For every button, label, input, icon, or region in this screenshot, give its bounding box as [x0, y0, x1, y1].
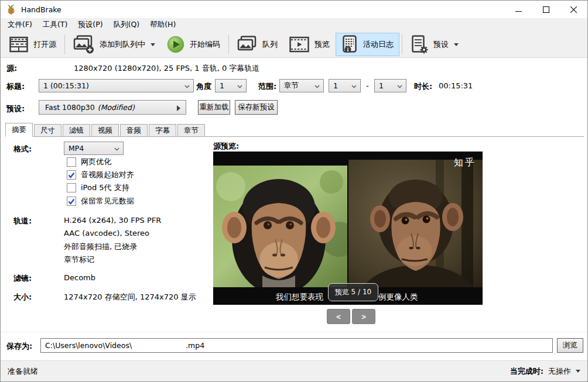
divider [1, 332, 587, 332]
queue-label: 队列 [262, 39, 278, 50]
activity-log-button[interactable]: 活动日志 [336, 33, 399, 56]
status-text: 准备就绪 [8, 366, 38, 377]
when-done-label: 当完成时: [510, 366, 543, 377]
film-preview-icon [289, 36, 309, 53]
clapperboard-icon [9, 36, 28, 53]
when-done-select[interactable]: 无操作 [548, 366, 571, 377]
format-select[interactable]: MP4 [64, 142, 124, 155]
chevron-down-icon [454, 43, 459, 46]
presets-toolbar-label: 预设 [433, 39, 449, 50]
track-line: H.264 (x264), 30 FPS PFR [64, 216, 161, 225]
source-label: 源: [6, 63, 17, 74]
source-preview-image: 知乎 我们想要表现 例更像人类 预览 5 / 10 [213, 152, 483, 305]
maximize-icon [543, 6, 549, 13]
checkbox-av-align[interactable]: 音视频起始对齐 [67, 170, 134, 180]
presets-toolbar-button[interactable]: 预设 [405, 33, 464, 56]
save-new-preset-button[interactable]: 保存新预设 [235, 100, 278, 115]
checkbox-keep-metadata[interactable]: 保留常见元数据 [67, 196, 134, 207]
toolbar-separator [228, 35, 229, 54]
chevron-down-icon [314, 85, 320, 88]
angle-label: 角度 [196, 81, 211, 92]
range-separator: - [366, 81, 369, 90]
tab-filters[interactable]: 滤镜 [63, 124, 90, 136]
title-select[interactable]: 1 (00:15:31) [39, 79, 194, 92]
settings-tab-strip: 摘要 尺寸 滤镜 视频 音频 字幕 章节 [5, 123, 584, 137]
queue-stack-icon [237, 36, 257, 53]
tab-chapters[interactable]: 章节 [177, 124, 205, 136]
checkbox-web-optimized[interactable]: 网页优化 [67, 157, 111, 167]
chevron-down-icon [184, 85, 190, 88]
preset-document-gear-icon [411, 35, 428, 54]
menu-queue[interactable]: 队列(Q) [108, 18, 145, 32]
range-type-select[interactable]: 章节 [279, 79, 324, 92]
activity-log-label: 活动日志 [363, 39, 394, 50]
menu-help[interactable]: 帮助(H) [145, 18, 181, 32]
angle-select-value: 1 [220, 81, 224, 90]
title-label: 标题: [6, 81, 25, 92]
reload-preset-button[interactable]: 重新加载 [198, 100, 230, 115]
add-to-queue-icon [73, 35, 94, 54]
toolbar: 打开源 添加到队列中 [1, 32, 587, 58]
range-from-select[interactable]: 1 [329, 79, 361, 92]
size-value: 1274x720 存储空间, 1274x720 显示 [64, 292, 196, 302]
tab-subtitles[interactable]: 字幕 [149, 124, 176, 136]
angle-select[interactable]: 1 [215, 79, 247, 92]
minimize-button[interactable] [505, 1, 532, 18]
tab-dimensions[interactable]: 尺寸 [34, 124, 61, 136]
preset-modified-flag: (Modified) [98, 103, 135, 112]
duration-label: 时长: [414, 81, 432, 92]
handbrake-logo-icon [6, 4, 16, 15]
checkbox-label: iPod 5代 支持 [81, 183, 129, 193]
add-to-queue-button[interactable]: 添加到队列中 [67, 33, 161, 56]
open-source-button[interactable]: 打开源 [4, 33, 62, 56]
checkbox-box [67, 157, 76, 167]
preview-button[interactable]: 预览 [283, 33, 336, 56]
chevron-down-icon [576, 370, 580, 373]
range-label: 范围: [258, 81, 276, 92]
preset-dropdown[interactable]: Fast 1080p30 (Modified) [39, 100, 186, 115]
menu-tools[interactable]: 工具(T) [37, 18, 73, 32]
track-line: AAC (avcodec), Stereo [64, 229, 149, 238]
track-line: 章节标记 [64, 254, 94, 265]
range-to-select[interactable]: 1 [374, 79, 406, 92]
start-encode-button[interactable]: 开始编码 [161, 33, 226, 56]
check-icon [68, 198, 75, 205]
size-label: 大小: [13, 292, 32, 302]
zhihu-watermark: 知乎 [454, 157, 476, 169]
save-extension: .mp4 [186, 341, 204, 350]
preview-next-button[interactable]: > [352, 309, 375, 324]
menu-file[interactable]: 文件(F) [2, 18, 37, 32]
tab-audio[interactable]: 音频 [120, 124, 148, 136]
preview-prev-button[interactable]: < [327, 309, 350, 324]
queue-button[interactable]: 队列 [231, 33, 283, 56]
format-value: MP4 [69, 144, 84, 153]
range-from-value: 1 [333, 81, 338, 90]
source-info: 1280x720 (1280x720), 25 FPS, 1 音轨, 0 字幕轨… [74, 63, 259, 74]
toolbar-separator [64, 35, 65, 54]
save-path-input[interactable]: C:\Users\lenovo\Videos\ .mp4 [40, 338, 553, 353]
close-icon [570, 6, 577, 13]
filters-value: Decomb [64, 273, 95, 282]
browse-button[interactable]: 浏览 [557, 338, 583, 353]
save-path-value: C:\Users\lenovo\Videos\ [45, 341, 132, 350]
toolbar-separator [402, 35, 402, 54]
checkbox-box [67, 183, 76, 192]
maximize-button[interactable] [532, 1, 560, 18]
handbrake-window: HandBrake 文件(F) 工具(T) 预设(P) 队列(Q) 帮助(H) [0, 0, 588, 382]
tracks-label: 轨道: [13, 216, 32, 226]
tab-summary[interactable]: 摘要 [5, 123, 33, 137]
tab-video[interactable]: 视频 [91, 124, 119, 136]
checkbox-label: 保留常见元数据 [81, 196, 134, 207]
checkbox-box [67, 197, 76, 206]
minimize-icon [515, 6, 522, 13]
close-button[interactable] [560, 1, 587, 18]
title-select-value: 1 (00:15:31) [43, 81, 89, 90]
chevron-right-icon [177, 105, 180, 111]
checkbox-ipod-support[interactable]: iPod 5代 支持 [67, 183, 129, 193]
title-bar: HandBrake [1, 1, 587, 18]
menu-presets[interactable]: 预设(P) [73, 18, 108, 32]
checkbox-box [67, 170, 76, 180]
preview-counter-tooltip: 预览 5 / 10 [328, 283, 378, 301]
filters-label: 滤镜: [13, 273, 32, 284]
open-source-label: 打开源 [33, 39, 56, 50]
